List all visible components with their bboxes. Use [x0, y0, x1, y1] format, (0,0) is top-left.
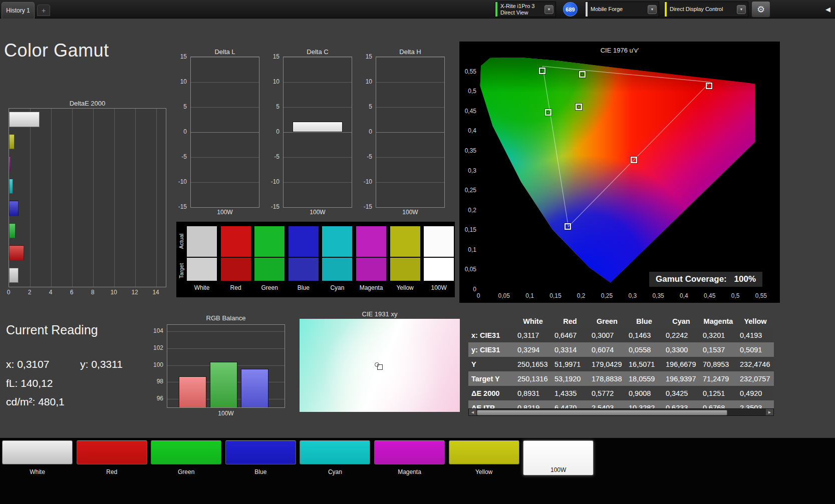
- pattern-button-label: Yellow: [449, 468, 519, 475]
- deltae-bar-magenta: [9, 156, 11, 172]
- cie-x-tick-label: 0,4: [673, 292, 695, 299]
- table-cell: 0,8931: [514, 389, 551, 397]
- y-tick-label: 15: [358, 53, 372, 60]
- settings-button[interactable]: ⚙: [751, 1, 770, 18]
- deltae-bar-red: [9, 245, 24, 261]
- table-horizontal-scrollbar[interactable]: ◀ ▶: [468, 408, 774, 416]
- results-table: WhiteRedGreenBlueCyanMagentaYellowx: CIE…: [468, 314, 774, 408]
- gridline: [191, 157, 259, 158]
- marker-inner-circle: [546, 111, 550, 114]
- actual-target-swatch-panel: ActualTargetWhiteRedGreenBlueCyanMagenta…: [176, 222, 455, 297]
- meter-line2: Direct View: [500, 10, 541, 16]
- table-cell: 70,8953: [700, 360, 737, 368]
- column-header-cyan: Cyan: [663, 317, 700, 325]
- x-tick-label: 4: [46, 289, 56, 296]
- cie-x-tick-label: 0: [467, 292, 489, 299]
- cie-y-tick-label: 0,4: [460, 127, 476, 134]
- swatch-column-green: Green: [254, 226, 285, 281]
- actual-swatch: [356, 226, 387, 257]
- table-cell: 71,2479: [700, 375, 737, 383]
- chevron-down-icon[interactable]: ▼: [648, 5, 657, 14]
- target-swatch: [356, 257, 387, 281]
- pattern-button-red[interactable]: Red: [77, 440, 147, 475]
- cie-y-tick-label: 0,55: [460, 68, 476, 75]
- marker-inner-circle: [581, 73, 584, 76]
- cie-x-tick-label: 0,55: [750, 292, 772, 299]
- display-control-dropdown[interactable]: Direct Display Control ▼: [664, 2, 748, 17]
- scrollbar-thumb[interactable]: [477, 410, 727, 415]
- pattern-button-green[interactable]: Green: [151, 440, 221, 475]
- top-bar: History 1 + X-Rite i1Pro 3 Direct View ▼…: [0, 0, 835, 19]
- delta-l-chart: [190, 57, 259, 208]
- row-label: y: CIE31: [468, 346, 514, 354]
- reading-y-value: y: 0,3311: [80, 358, 123, 370]
- x-tick-label: 10: [109, 289, 119, 296]
- delta-h-chart-title: Delta H: [376, 48, 445, 56]
- reading-fl-value: fL: 140,12: [6, 377, 53, 389]
- swatch-label: Green: [254, 284, 285, 291]
- gridline: [191, 207, 259, 208]
- cie1931-marker-square: [377, 364, 383, 370]
- collapse-panel-button[interactable]: ◀: [822, 1, 834, 18]
- y-tick-label: 10: [358, 78, 372, 85]
- actual-swatch: [220, 226, 251, 257]
- table-cell: 232,4746: [737, 360, 774, 368]
- scroll-left-arrow-icon[interactable]: ◀: [469, 409, 476, 415]
- source-accent-stripe: [586, 2, 588, 17]
- swatch-label: 100W: [423, 284, 454, 291]
- pattern-button-cyan[interactable]: Cyan: [300, 440, 370, 475]
- y-tick-label: 104: [149, 327, 163, 334]
- chevron-left-icon: ◀: [825, 6, 830, 13]
- cie-marker-green: [539, 68, 545, 74]
- y-tick-label: -15: [358, 203, 372, 210]
- current-reading-heading: Current Reading: [6, 323, 98, 337]
- delta-c-y-axis: 151050-5-10-15: [265, 57, 282, 208]
- tab-history-1[interactable]: History 1: [2, 2, 35, 19]
- scroll-right-arrow-icon[interactable]: ▶: [766, 409, 773, 415]
- deltae2000-x-axis: 02468101214: [9, 289, 166, 296]
- pattern-button-100w[interactable]: 100W: [523, 440, 594, 475]
- source-dropdown[interactable]: Mobile Forge ▼: [585, 2, 659, 17]
- pattern-button-yellow[interactable]: Yellow: [449, 440, 519, 475]
- y-tick-label: 10: [265, 78, 280, 85]
- session-count-badge: 689: [563, 2, 578, 17]
- gridline: [284, 107, 352, 108]
- table-cell: 51,9971: [551, 360, 589, 368]
- pattern-button-white[interactable]: White: [2, 440, 73, 475]
- deltae-bar-white: [9, 268, 19, 283]
- cie-marker-white: [576, 104, 582, 110]
- pattern-button-magenta[interactable]: Magenta: [374, 440, 445, 475]
- pattern-button-label: Cyan: [300, 468, 370, 475]
- y-tick-label: 98: [149, 378, 163, 385]
- swatch-column-white: White: [186, 226, 217, 281]
- chevron-down-icon[interactable]: ▼: [544, 5, 553, 14]
- deltae-bar-yellow: [9, 134, 15, 150]
- deltae-bar-cyan: [9, 179, 13, 194]
- swatch-label: Blue: [288, 284, 319, 291]
- display-accent-stripe: [665, 2, 667, 17]
- reading-x-value: x: 0,3107: [6, 358, 49, 370]
- row-label: Y: [468, 360, 514, 368]
- pattern-button-label: Red: [77, 468, 147, 475]
- calibration-app-window: History 1 + X-Rite i1Pro 3 Direct View ▼…: [0, 0, 835, 504]
- add-tab-button[interactable]: +: [37, 5, 50, 16]
- gridline: [284, 182, 352, 183]
- gridline: [191, 132, 259, 133]
- gridline: [156, 109, 157, 287]
- x-tick-label: 14: [151, 289, 161, 296]
- table-cell: 179,0429: [589, 360, 626, 368]
- gridline: [51, 109, 52, 287]
- target-row-label: Target: [178, 257, 184, 285]
- cie-x-tick-label: 0,25: [596, 292, 618, 299]
- pattern-button-label: Magenta: [374, 468, 445, 475]
- table-cell: 6,4470: [551, 404, 589, 409]
- gear-icon: ⚙: [757, 4, 765, 15]
- pattern-button-blue[interactable]: Blue: [225, 440, 296, 475]
- table-cell: 0,8219: [514, 404, 551, 409]
- meter-dropdown[interactable]: X-Rite i1Pro 3 Direct View ▼: [495, 2, 556, 17]
- target-swatch: [322, 257, 353, 281]
- chevron-down-icon[interactable]: ▼: [737, 5, 746, 14]
- gridline: [135, 109, 136, 287]
- y-tick-label: -5: [358, 153, 372, 160]
- meter-label: X-Rite i1Pro 3 Direct View: [500, 3, 541, 16]
